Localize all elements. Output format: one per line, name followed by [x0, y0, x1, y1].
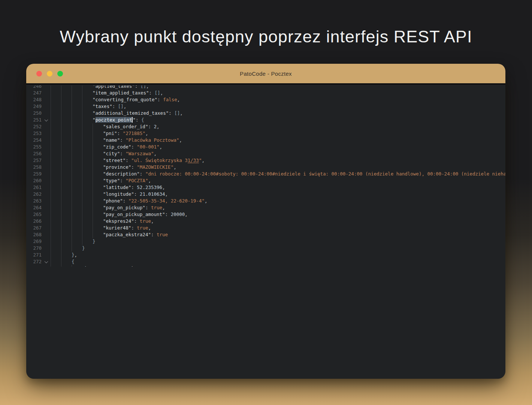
indent-guide — [93, 130, 103, 137]
token-b: true — [137, 225, 148, 231]
token-k: "applied_taxes" — [93, 86, 135, 89]
code-line[interactable]: 249"taxes": [], — [26, 103, 505, 110]
indent-guide — [61, 150, 72, 157]
token-p: , — [160, 90, 163, 96]
code-line[interactable]: 253"pni": "271885", — [26, 130, 505, 137]
fold-chevron-down-icon[interactable] — [42, 258, 51, 265]
indent-guide — [93, 204, 103, 211]
code-line[interactable]: 259"description": "dni robocze: 00:00-24… — [26, 171, 505, 177]
code-editor[interactable]: 246"applied_taxes": [],247"item_applied_… — [26, 86, 505, 267]
token-p: , — [151, 218, 154, 224]
line-number: 263 — [26, 198, 42, 204]
indent-guide — [61, 171, 72, 177]
code-line[interactable]: 267"kurier48": true, — [26, 225, 505, 231]
code-text: }, — [51, 252, 505, 258]
code-line[interactable]: 261"latitude": 52.235396, — [26, 184, 505, 191]
code-line[interactable]: 270} — [26, 245, 505, 252]
indent-guide — [82, 225, 93, 231]
line-number: 254 — [26, 137, 42, 144]
indent-guide — [51, 110, 61, 117]
code-line[interactable]: 257"street": "ul. Świętokrzyska 31/33", — [26, 157, 505, 164]
code-line[interactable]: 263"phone": "22-505-35-34, 22-620-19-4", — [26, 198, 505, 204]
code-line[interactable]: 254"name": "Placówka Pocztowa", — [26, 137, 505, 144]
code-line[interactable]: 271}, — [26, 252, 505, 258]
fold-gutter — [42, 171, 51, 177]
code-line[interactable]: 250"additional_itemized_taxes": [], — [26, 110, 505, 117]
indent-guide — [82, 191, 93, 198]
token-k: "taxes" — [93, 104, 112, 109]
token-k: "base_currency_code" — [82, 266, 139, 267]
indent-guide — [72, 96, 82, 103]
token-p: : — [136, 117, 141, 123]
indent-guide — [61, 157, 72, 164]
token-p: : — [135, 86, 140, 89]
token-n: 21.010634 — [140, 191, 165, 197]
token-s: "PLN" — [144, 266, 158, 267]
indent-guide — [93, 198, 103, 204]
fold-chevron-down-icon[interactable] — [42, 117, 51, 123]
code-line[interactable]: 256"city": "Warszawa", — [26, 150, 505, 157]
code-line[interactable]: 266"ekspres24": true, — [26, 218, 505, 225]
token-p: : — [120, 137, 126, 143]
code-line[interactable]: 252"sales_order_id": 2, — [26, 123, 505, 130]
code-line[interactable]: 246"applied_taxes": [], — [26, 86, 505, 90]
line-number: 259 — [26, 171, 42, 177]
close-button[interactable] — [36, 71, 42, 76]
code-text: "ekspres24": true, — [51, 218, 505, 225]
indent-guide — [51, 245, 61, 252]
indent-guide — [82, 137, 93, 144]
indent-guide — [72, 117, 82, 123]
code-line[interactable]: 247"item_applied_taxes": [], — [26, 90, 505, 96]
indent-guide — [93, 211, 103, 218]
token-p: , — [185, 212, 188, 217]
code-line[interactable]: 273"base_currency_code": "PLN" — [26, 265, 505, 267]
token-p: , — [148, 178, 151, 183]
code-line[interactable]: 248"converting_from_quote": false, — [26, 96, 505, 103]
code-line[interactable]: 269} — [26, 238, 505, 245]
token-s: "ul. Świętokrzyska 3 — [131, 158, 188, 163]
indent-guide — [72, 211, 82, 218]
token-p: : — [140, 171, 145, 177]
code-line[interactable]: 272{ — [26, 258, 505, 265]
code-line[interactable]: 251"pocztex_point": { — [26, 117, 505, 123]
indent-guide — [51, 238, 61, 245]
fold-gutter — [42, 238, 51, 245]
fold-gutter — [42, 164, 51, 171]
code-text: "description": "dni robocze: 00:00-24:00… — [51, 171, 505, 177]
token-br: [] — [155, 90, 160, 96]
code-line[interactable]: 264"pay_on_pickup": true, — [26, 204, 505, 211]
line-number: 266 — [26, 218, 42, 225]
window-titlebar[interactable]: PatoCode - Pocztex — [26, 64, 505, 83]
fold-gutter — [42, 144, 51, 150]
indent-guide — [72, 231, 82, 238]
code-line[interactable]: 268"paczka_ekstra24": true — [26, 231, 505, 238]
code-line[interactable]: 265"pay_on_pickup_amount": 20000, — [26, 211, 505, 218]
token-p: : — [148, 124, 154, 129]
editor-window: PatoCode - Pocztex 246"applied_taxes": [… — [26, 64, 505, 379]
slide: { "slide": { "title": "Wybrany punkt dos… — [0, 0, 532, 405]
code-text: "pni": "271885", — [51, 130, 505, 137]
code-line[interactable]: 262"longitude": 21.010634, — [26, 191, 505, 198]
fold-gutter — [42, 177, 51, 184]
minimize-button[interactable] — [47, 71, 52, 76]
indent-guide — [61, 245, 72, 252]
slide-title: Wybrany punkt dostępny poprzez interfejs… — [0, 27, 532, 46]
indent-guide — [72, 191, 82, 198]
indent-guide — [51, 117, 61, 123]
fold-gutter — [42, 204, 51, 211]
code-line[interactable]: 255"zip_code": "00-001", — [26, 144, 505, 150]
indent-guide — [72, 157, 82, 164]
indent-guide — [61, 86, 72, 90]
indent-guide — [93, 191, 103, 198]
token-p: , — [162, 205, 165, 210]
indent-guide — [93, 184, 103, 191]
indent-guide — [51, 231, 61, 238]
code-line[interactable]: 258"province": "MAZOWIECKIE", — [26, 164, 505, 171]
line-number: 255 — [26, 144, 42, 150]
code-text: "pay_on_pickup_amount": 20000, — [51, 211, 505, 218]
indent-guide — [51, 204, 61, 211]
indent-guide — [61, 231, 72, 238]
zoom-button[interactable] — [57, 71, 63, 76]
indent-guide — [72, 150, 82, 157]
code-line[interactable]: 260"type": "POCZTA", — [26, 177, 505, 184]
